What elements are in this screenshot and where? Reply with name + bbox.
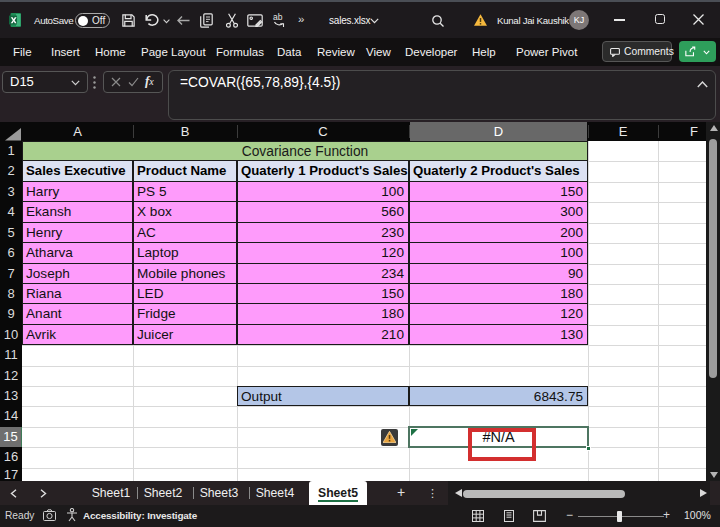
- svg-text:ab: ab: [273, 12, 283, 22]
